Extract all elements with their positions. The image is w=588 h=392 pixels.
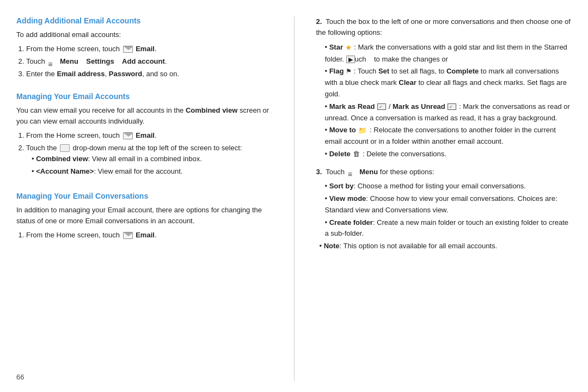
page: Adding Additional Email Accounts To add … — [0, 0, 588, 392]
section1-intro: To add additional email accounts: — [16, 29, 272, 40]
section2-body: You can view email you receive for all a… — [16, 105, 272, 127]
list-item: Sort by: Choose a method for listing you… — [325, 181, 572, 192]
step3-label: 3. Touch Menu for these options: — [316, 167, 572, 177]
list-item: Touch the drop-down menu at the top left… — [26, 143, 272, 177]
mark-read-icon — [377, 103, 386, 110]
list-item: Delete 🗑 : Delete the conversations. — [325, 149, 572, 160]
step3-bullets: Sort by: Choose a method for listing you… — [325, 181, 572, 253]
step2-text: 2. Touch the box to the left of one or m… — [316, 16, 572, 38]
section1-steps: From the Home screen, touch Email. Touch… — [26, 44, 272, 81]
email-icon — [123, 232, 133, 239]
section2-title: Managing Your Email Accounts — [16, 92, 272, 101]
column-divider — [294, 16, 295, 381]
dropdown-icon — [60, 144, 70, 152]
trash-icon: 🗑 — [353, 149, 360, 160]
section1-title: Adding Additional Email Accounts — [16, 16, 272, 25]
list-item: Touch Menu Settings Add account. — [26, 56, 272, 68]
page-number: 66 — [16, 367, 272, 381]
section3-steps: From the Home screen, touch Email. — [26, 230, 272, 242]
menu-icon — [48, 58, 57, 65]
email-icon — [123, 46, 133, 53]
list-item: Create folder: Create a new main folder … — [325, 217, 572, 240]
section3-title: Managing Your Email Conversations — [16, 192, 272, 200]
right-bullets: Star ★ : Mark the conversations with a g… — [325, 41, 572, 161]
list-item: View mode: Choose how to view your email… — [325, 193, 572, 216]
list-item: Combined view: View all email in a combi… — [32, 154, 272, 165]
right-column: 2. Touch the box to the left of one or m… — [316, 16, 572, 381]
right-step2-intro: 2. Touch the box to the left of one or m… — [316, 16, 572, 41]
section2-bullets: Combined view: View all email in a combi… — [32, 154, 272, 177]
list-item: Mark as Read / Mark as Unread : Mark the… — [325, 101, 572, 124]
list-item: Note: This option is not available for a… — [320, 241, 572, 252]
menu-icon — [348, 169, 357, 176]
list-item: From the Home screen, touch Email. — [26, 130, 272, 142]
section2-steps: From the Home screen, touch Email. Touch… — [26, 130, 272, 181]
list-item: Move to 📁 : Relocate the conversations t… — [325, 125, 572, 148]
section3-body: In addition to managing your Email accou… — [16, 205, 272, 226]
list-item: Flag ⚑ : Touch Set to set all flags, to … — [325, 66, 572, 100]
flag-icon: ⚑ — [346, 66, 352, 77]
mark-unread-icon — [448, 103, 456, 110]
list-item: From the Home screen, touch Email. — [26, 44, 272, 55]
move-icon: 📁 — [358, 125, 367, 137]
star-icon: ★ — [345, 41, 352, 53]
list-item: Star ★ : Mark the conversations with a g… — [325, 41, 572, 65]
email-label: Email — [136, 45, 155, 53]
left-column: Adding Additional Email Accounts To add … — [16, 16, 272, 381]
email-icon — [123, 132, 133, 139]
list-item: Enter the Email address, Password, and s… — [26, 69, 272, 80]
list-item: From the Home screen, touch Email. — [26, 230, 272, 241]
list-item: <Account Name>: View email for the accou… — [32, 166, 272, 177]
